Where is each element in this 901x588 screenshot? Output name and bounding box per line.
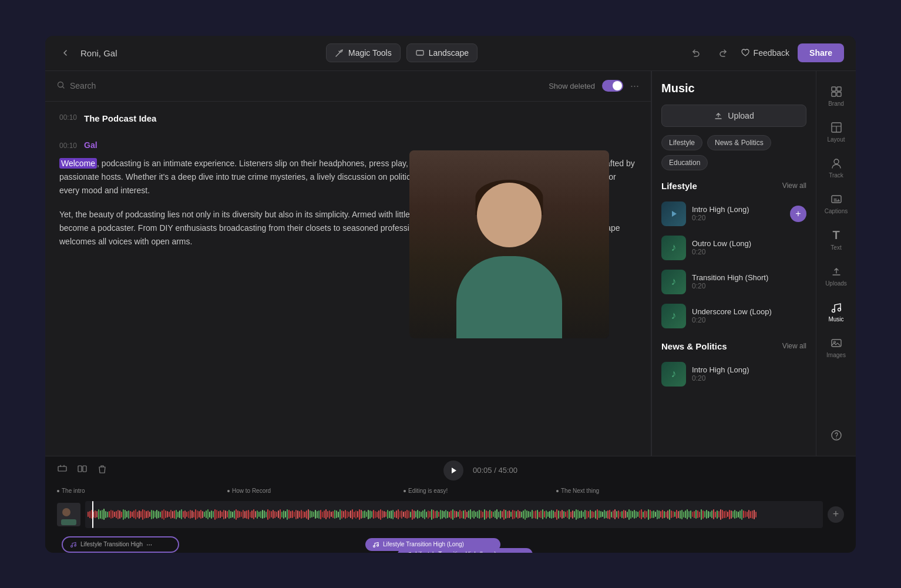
music-note-icon-3: ♪ [671, 275, 677, 288]
landscape-button[interactable]: Landscape [406, 43, 478, 62]
music-chip-outline[interactable]: Lifestyle Transition High ··· [62, 536, 179, 553]
music-track-1[interactable]: Intro High (Long) 0:20 + [661, 197, 806, 231]
add-track-1-button[interactable]: + [790, 206, 806, 222]
sidebar-item-music[interactable]: Music [820, 295, 853, 328]
search-icon [57, 81, 65, 91]
split-button[interactable] [77, 463, 88, 477]
genre-tab-lifestyle[interactable]: Lifestyle [661, 135, 702, 150]
music-note-icon-2: ♪ [671, 241, 677, 254]
layout-label: Layout [827, 136, 845, 143]
feedback-button[interactable]: Feedback [741, 48, 789, 58]
sidebar-bottom [820, 423, 853, 448]
genre-tab-education[interactable]: Education [661, 155, 708, 170]
play-icon [669, 209, 678, 219]
music-track-3[interactable]: ♪ Transition High (Short) 0:20 [661, 265, 806, 299]
magic-tools-label: Magic Tools [348, 48, 392, 58]
chapter-dot-1 [227, 490, 230, 492]
music-track-news-1[interactable]: ♪ Intro High (Long) 0:20 [661, 357, 806, 391]
sidebar-item-help[interactable] [820, 423, 853, 448]
waveform-canvas[interactable]: (function(){ const colors = ['#c84040','… [85, 501, 823, 528]
news-section-title: News & Politics [661, 341, 727, 351]
track-label: Track [829, 172, 843, 179]
music-chip-icon [70, 541, 77, 548]
svg-rect-25 [61, 519, 76, 525]
chip-outline-label: Lifestyle Transition High [80, 541, 143, 547]
header-center: Magic Tools Landscape [125, 43, 680, 62]
share-button[interactable]: Share [798, 43, 844, 62]
sidebar-item-brand[interactable]: Brand [820, 79, 853, 113]
show-deleted-toggle[interactable] [602, 80, 623, 92]
person-head [477, 183, 542, 247]
uploads-icon [830, 265, 843, 278]
news-view-all-button[interactable]: View all [782, 342, 806, 350]
music-note-icon-4: ♪ [671, 310, 677, 322]
images-label: Images [826, 352, 846, 358]
track-name-news-1: Intro High (Long) [692, 365, 806, 374]
video-inner [409, 150, 609, 338]
track-name-1: Intro High (Long) [692, 205, 784, 214]
lifestyle-view-all-button[interactable]: View all [782, 182, 806, 190]
svg-rect-4 [832, 87, 836, 91]
search-box [57, 81, 186, 91]
transcript-title-1: The Podcast Idea [84, 113, 156, 123]
sidebar-item-uploads[interactable]: Uploads [820, 259, 853, 293]
header: Roni, Gal Magic Tools Landscape [45, 36, 856, 71]
search-input[interactable] [70, 81, 186, 90]
magic-tools-button[interactable]: Magic Tools [326, 43, 401, 62]
track-thumb-4: ♪ [661, 304, 686, 328]
svg-rect-6 [832, 92, 836, 96]
back-button[interactable] [57, 45, 73, 61]
project-title: Roni, Gal [80, 48, 117, 58]
magic-wand-icon [335, 48, 344, 58]
sidebar-item-captions[interactable]: Captions [820, 187, 853, 220]
add-track-button[interactable]: + [828, 506, 844, 523]
undo-button[interactable] [687, 43, 705, 62]
more-options-button[interactable]: ··· [630, 80, 639, 92]
upload-button[interactable]: Upload [661, 105, 806, 127]
music-chip-filled-icon-1 [372, 541, 379, 548]
sidebar-item-images[interactable]: Images [820, 331, 853, 364]
landscape-icon [415, 48, 425, 58]
play-button[interactable] [443, 461, 463, 481]
svg-rect-5 [837, 87, 841, 91]
chapter-dot-0 [57, 490, 59, 492]
genre-tab-news[interactable]: News & Politics [707, 135, 771, 150]
text-icon: T [832, 229, 839, 242]
track-duration-4: 0:20 [692, 316, 806, 324]
music-chip-filled-2[interactable]: Lifestyle Transition High (Long) [398, 548, 533, 553]
track-thumb-3: ♪ [661, 270, 686, 294]
svg-rect-1 [416, 51, 423, 55]
lifestyle-section-header: Lifestyle View all [661, 181, 806, 191]
chapter-label-0: The intro [62, 488, 85, 494]
track-info-2: Outro Low (Long) 0:20 [692, 239, 806, 256]
chapter-dot-3 [556, 490, 559, 492]
waveform-row: (function(){ const colors = ['#c84040','… [45, 498, 856, 532]
transcript-block-1: 00:10 The Podcast Idea [59, 113, 637, 124]
sidebar-item-text[interactable]: T Text [820, 223, 853, 257]
track-info-3: Transition High (Short) 0:20 [692, 273, 806, 290]
chapter-label-3: The Next thing [561, 488, 599, 494]
sidebar-item-layout[interactable]: Layout [820, 115, 853, 149]
svg-rect-19 [58, 466, 66, 471]
redo-button[interactable] [714, 43, 732, 62]
captions-icon [830, 193, 843, 206]
track-duration-news-1: 0:20 [692, 374, 806, 382]
music-note-icon-news-1: ♪ [671, 368, 677, 380]
track-duration-3: 0:20 [692, 282, 806, 290]
transcript-time-1: 00:10 [59, 113, 77, 122]
delete-button[interactable] [97, 463, 107, 477]
music-track-4[interactable]: ♪ Underscore Low (Loop) 0:20 [661, 299, 806, 333]
video-preview [409, 150, 609, 338]
uploads-label: Uploads [825, 280, 847, 287]
upload-icon [714, 111, 723, 120]
svg-point-11 [834, 159, 839, 164]
track-thumb-1 [661, 201, 686, 226]
sidebar-item-track[interactable]: Track [820, 151, 853, 184]
svg-rect-21 [83, 466, 86, 472]
thumbnail-image [58, 504, 79, 525]
svg-point-24 [62, 508, 70, 516]
brand-label: Brand [828, 100, 844, 107]
clip-icon-button[interactable] [57, 463, 68, 477]
text-label: Text [831, 244, 841, 251]
music-track-2[interactable]: ♪ Outro Low (Long) 0:20 [661, 231, 806, 265]
